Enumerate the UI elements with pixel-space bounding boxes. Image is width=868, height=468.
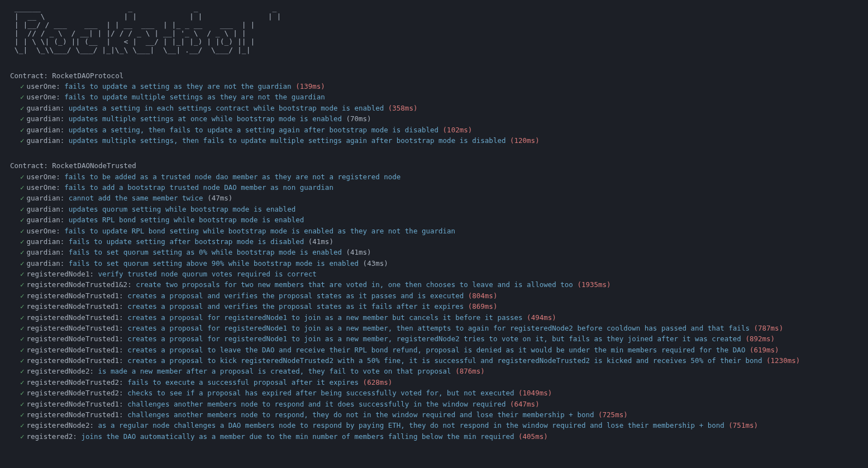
ascii-art-logo: ______ _ _ _ | __ \ | | | | | | | |__/ /… <box>10 4 858 55</box>
checkmark-icon: ✓ <box>20 237 25 246</box>
test-actor: guardian: <box>27 126 69 134</box>
test-result-line: ✓guardian: updates multiple settings, th… <box>10 135 858 146</box>
test-timing: (751ms) <box>724 421 758 429</box>
checkmark-icon: ✓ <box>20 205 25 213</box>
test-description: updates multiple settings at once while … <box>69 114 342 123</box>
checkmark-icon: ✓ <box>20 313 25 322</box>
checkmark-icon: ✓ <box>20 136 25 145</box>
test-timing: (47ms) <box>203 194 233 202</box>
test-result-line: ✓registeredNodeTrusted2: checks to see i… <box>10 388 858 398</box>
test-description: is made a new member after a proposal is… <box>98 367 451 375</box>
test-timing: (102ms) <box>438 126 472 134</box>
test-actor: guardian: <box>27 194 69 202</box>
checkmark-icon: ✓ <box>20 216 25 224</box>
test-actor: guardian: <box>27 104 69 112</box>
test-timing: (892ms) <box>741 335 775 343</box>
checkmark-icon: ✓ <box>20 183 25 192</box>
test-result-line: ✓registeredNodeTrusted1: creates a propo… <box>10 323 858 333</box>
checkmark-icon: ✓ <box>20 302 25 311</box>
test-actor: registeredNode1: <box>27 270 98 278</box>
test-result-line: ✓guardian: fails to update setting after… <box>10 236 858 247</box>
test-actor: registeredNode2: <box>27 421 98 429</box>
checkmark-icon: ✓ <box>20 410 25 419</box>
contract-header: Contract: RocketDAOProtocol <box>10 70 858 81</box>
test-result-line: ✓userOne: fails to update multiple setti… <box>10 92 858 102</box>
checkmark-icon: ✓ <box>20 194 25 202</box>
test-result-line: ✓guardian: updates quorum setting while … <box>10 204 858 214</box>
test-timing: (1049ms) <box>514 389 552 397</box>
test-actor: userOne: <box>27 173 65 181</box>
test-description: fails to set quorum setting above 90% wh… <box>69 259 359 268</box>
test-description: updates a setting, then fails to update … <box>69 126 438 134</box>
test-actor: registeredNodeTrusted1: <box>27 356 128 365</box>
test-result-line: ✓guardian: cannot add the same member tw… <box>10 193 858 203</box>
test-description: updates quorum setting while bootstrap m… <box>69 205 295 213</box>
test-timing: (494ms) <box>523 313 556 322</box>
test-description: fails to update multiple settings as the… <box>64 93 325 101</box>
test-description: fails to be added as a trusted node dao … <box>64 173 400 181</box>
terminal-output: Contract: RocketDAOProtocol✓userOne: fai… <box>10 70 858 442</box>
test-result-line: ✓registeredNodeTrusted1: creates a propo… <box>10 301 858 312</box>
test-description: fails to update setting after bootstrap … <box>69 237 304 246</box>
checkmark-icon: ✓ <box>20 259 25 268</box>
test-timing: (787ms) <box>750 324 783 332</box>
checkmark-icon: ✓ <box>20 421 25 429</box>
test-result-line: ✓registeredNodeTrusted2: fails to execut… <box>10 377 858 388</box>
test-result-line: ✓userOne: fails to be added as a trusted… <box>10 171 858 182</box>
test-result-line: ✓userOne: fails to add a bootstrap trust… <box>10 182 858 193</box>
checkmark-icon: ✓ <box>20 335 25 343</box>
checkmark-icon: ✓ <box>20 356 25 365</box>
test-result-line: ✓guardian: fails to set quorum setting a… <box>10 258 858 269</box>
test-result-line: ✓registeredNodeTrusted1: challenges anot… <box>10 399 858 409</box>
test-timing: (876ms) <box>451 367 485 375</box>
test-result-line: ✓registeredNodeTrusted1: creates a propo… <box>10 355 858 366</box>
test-timing: (41ms) <box>342 248 371 256</box>
checkmark-icon: ✓ <box>20 93 25 101</box>
test-description: updates a setting in each settings contr… <box>69 104 384 112</box>
test-description: updates RPL bond setting while bootstrap… <box>69 216 304 224</box>
test-actor: registeredNodeTrusted1: <box>27 324 128 332</box>
test-actor: guardian: <box>27 205 69 213</box>
test-result-line: ✓registered2: joins the DAO automaticall… <box>10 431 858 442</box>
test-actor: registeredNodeTrusted2: <box>27 389 128 397</box>
checkmark-icon: ✓ <box>20 173 25 181</box>
test-result-line: ✓registeredNodeTrusted1: challenges anot… <box>10 409 858 420</box>
test-timing: (120ms) <box>505 136 539 145</box>
test-result-line: ✓registeredNode2: as a regular node chal… <box>10 420 858 431</box>
test-description: fails to execute a successful proposal a… <box>127 378 359 386</box>
checkmark-icon: ✓ <box>20 389 25 397</box>
checkmark-icon: ✓ <box>20 324 25 332</box>
test-result-line: ✓guardian: fails to set quorum setting a… <box>10 247 858 257</box>
checkmark-icon: ✓ <box>20 432 25 441</box>
test-timing: (41ms) <box>304 237 333 246</box>
test-description: fails to update a setting as they are no… <box>64 82 291 90</box>
test-result-line: ✓guardian: updates multiple settings at … <box>10 113 858 124</box>
test-actor: guardian: <box>27 259 69 268</box>
test-timing: (358ms) <box>384 104 417 112</box>
test-actor: guardian: <box>27 114 69 123</box>
test-result-line: ✓userOne: fails to update RPL bond setti… <box>10 226 858 236</box>
test-description: verify trusted node quorum votes require… <box>98 270 316 278</box>
test-result-line: ✓registeredNodeTrusted1: creates a propo… <box>10 333 858 344</box>
test-description: checks to see if a proposal has expired … <box>127 389 514 397</box>
test-result-line: ✓registeredNodeTrusted1: creates a propo… <box>10 290 858 301</box>
checkmark-icon: ✓ <box>20 378 25 386</box>
test-description: create two proposals for two new members… <box>136 280 573 289</box>
test-description: creates a proposal and verifies the prop… <box>127 302 464 311</box>
test-description: fails to add a bootstrap trusted node DA… <box>64 183 333 192</box>
test-description: updates multiple settings, then fails to… <box>69 136 506 145</box>
test-description: fails to set quorum setting as 0% while … <box>69 248 342 256</box>
test-timing: (647ms) <box>505 400 539 408</box>
checkmark-icon: ✓ <box>20 248 25 256</box>
test-description: creates a proposal for registeredNode1 t… <box>127 335 741 343</box>
test-actor: guardian: <box>27 216 69 224</box>
checkmark-icon: ✓ <box>20 82 25 90</box>
checkmark-icon: ✓ <box>20 367 25 375</box>
test-actor: guardian: <box>27 237 69 246</box>
test-timing: (725ms) <box>594 410 628 419</box>
test-result-line: ✓guardian: updates RPL bond setting whil… <box>10 214 858 225</box>
test-actor: userOne: <box>27 183 65 192</box>
test-actor: registeredNodeTrusted1&2: <box>27 280 136 289</box>
test-result-line: ✓guardian: updates a setting in each set… <box>10 103 858 113</box>
test-actor: userOne: <box>27 227 65 235</box>
